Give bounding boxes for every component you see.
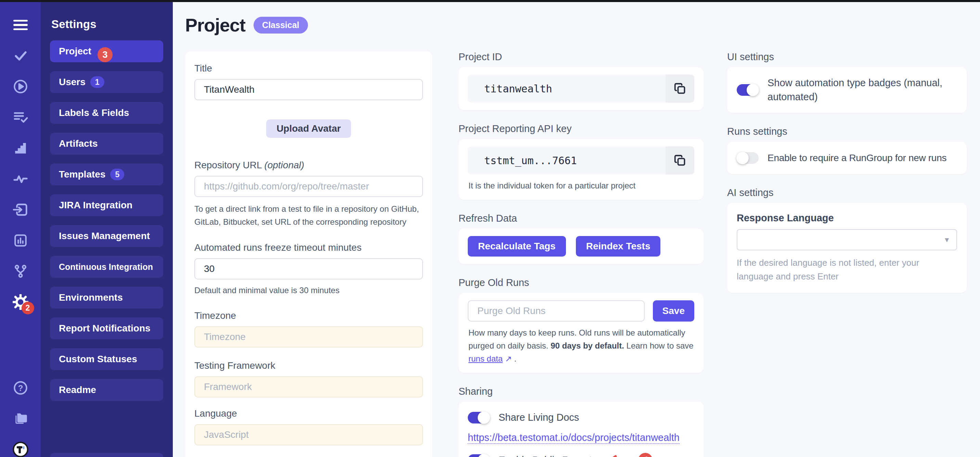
automation-badges-label: Show automation type badges (manual, aut… [767, 76, 957, 104]
project-form-card: Title Upload Avatar Repository URL (opti… [185, 51, 432, 457]
steps-icon[interactable] [12, 140, 29, 156]
sidebar-item-label: Environments [59, 292, 123, 303]
timezone-label: Timezone [194, 310, 423, 321]
api-key-help: It is the individual token for a particu… [468, 179, 694, 192]
sidebar-item-label: Readme [59, 384, 96, 395]
api-key-field: tstmt_um...7661 [468, 146, 694, 175]
copy-project-id-button[interactable] [665, 75, 694, 103]
sidebar-item-users[interactable]: Users 1 [50, 71, 163, 93]
purge-old-runs-input[interactable] [468, 300, 645, 322]
share-living-docs-toggle[interactable] [468, 412, 490, 424]
pulse-icon[interactable] [12, 171, 29, 187]
require-rungroup-toggle[interactable] [737, 152, 759, 164]
title-input[interactable] [194, 79, 423, 100]
icon-rail: 2 ? [0, 0, 41, 457]
list-check-icon[interactable] [12, 109, 29, 125]
upload-avatar-button[interactable]: Upload Avatar [266, 119, 351, 138]
project-id-value: titanwealth [468, 75, 665, 103]
response-language-help: If the desired language is not listed, e… [737, 256, 957, 283]
runs-settings-card: Enable to require a RunGroup for new run… [727, 141, 967, 174]
runs-settings-label: Runs settings [727, 126, 967, 137]
automation-badges-toggle[interactable] [737, 84, 759, 96]
gear-icon[interactable]: 2 [12, 294, 29, 310]
sidebar-item-templates[interactable]: Templates 5 [50, 163, 163, 186]
sharing-card: Share Living Docs https://beta.testomat.… [458, 401, 703, 457]
help-circle-icon[interactable]: ? [12, 380, 29, 396]
testomat-logo[interactable] [12, 440, 29, 457]
folders-icon[interactable] [12, 410, 29, 426]
require-rungroup-label: Enable to require a RunGroup for new run… [767, 151, 947, 165]
freeze-timeout-input[interactable] [194, 258, 423, 279]
main-content: Project Classical Title Upload Avatar Re… [173, 0, 980, 457]
sidebar-item-custom-statuses[interactable]: Custom Statuses [50, 348, 163, 370]
settings-notification-badge: 2 [22, 302, 34, 314]
save-button[interactable]: Save [653, 300, 694, 322]
timezone-input[interactable] [194, 326, 423, 348]
reindex-tests-button[interactable]: Reindex Tests [576, 236, 661, 257]
sidebar-item-issues-management[interactable]: Issues Management [50, 225, 163, 247]
testing-framework-label: Testing Framework [194, 360, 423, 371]
bar-chart-icon[interactable] [12, 232, 29, 249]
sidebar-item-jira-integration[interactable]: JIRA Integration [50, 194, 163, 216]
response-language-select[interactable]: ▼ [737, 229, 957, 251]
title-label: Title [194, 63, 423, 74]
annotation-arrow-icon [607, 454, 635, 457]
sidebar-item-artifacts[interactable]: Artifacts [50, 133, 163, 155]
project-id-label: Project ID [458, 51, 703, 63]
tests-check-icon[interactable] [12, 48, 29, 64]
sidebar-item-report-notifications[interactable]: Report Notifications [50, 317, 163, 340]
top-border [0, 0, 980, 2]
annotation: 4 [607, 453, 652, 457]
hamburger-menu-icon[interactable] [12, 17, 29, 33]
sidebar-item-label: Report Notifications [59, 323, 151, 334]
sidebar-item-project[interactable]: Project 3 [50, 40, 163, 62]
hamburger-bars [13, 20, 28, 30]
project-id-field: titanwealth [468, 75, 694, 103]
purge-help: How many days to keep runs. Old runs wil… [468, 326, 694, 365]
repository-url-help: To get a direct link from a test to file… [194, 203, 423, 228]
page-header: Project Classical [185, 14, 967, 36]
page-title: Project [185, 14, 245, 36]
freeze-timeout-label: Automated runs freeze timeout minutes [194, 242, 423, 253]
language-input[interactable] [194, 424, 423, 445]
sidebar-item-environments[interactable]: Environments [50, 287, 163, 309]
refresh-data-card: Recalculate Tags Reindex Tests [458, 228, 703, 264]
runs-data-link[interactable]: runs data [468, 354, 503, 363]
project-type-badge: Classical [253, 17, 308, 33]
response-language-label: Response Language [737, 213, 957, 224]
api-key-value: tstmt_um...7661 [468, 146, 665, 175]
sidebar-title: Settings [51, 18, 173, 31]
sidebar-item-labels-fields[interactable]: Labels & Fields [50, 102, 163, 124]
git-branch-icon[interactable] [12, 263, 29, 279]
testing-framework-input[interactable] [194, 376, 423, 397]
freeze-timeout-help: Default and minimal value is 30 minutes [194, 286, 423, 295]
language-label: Language [194, 408, 423, 419]
copy-icon [673, 82, 686, 95]
copy-api-key-button[interactable] [665, 146, 694, 175]
repository-url-input[interactable] [194, 176, 423, 197]
sign-in-icon[interactable] [12, 202, 29, 218]
external-link-icon: ↗ [505, 354, 512, 363]
ai-settings-label: AI settings [727, 187, 967, 198]
purge-old-runs-label: Purge Old Runs [458, 277, 703, 288]
living-docs-link[interactable]: https://beta.testomat.io/docs/projects/t… [468, 432, 679, 444]
ui-settings-label: UI settings [727, 51, 967, 63]
project-id-card: titanwealth [458, 67, 703, 110]
share-living-docs-label: Share Living Docs [498, 411, 579, 425]
dropdown-caret-icon: ▼ [943, 236, 950, 244]
svg-text:?: ? [18, 384, 23, 393]
runs-play-circle-icon[interactable] [12, 78, 29, 95]
settings-sidebar: Settings Project 3 Users 1 Labels & Fiel… [41, 0, 173, 457]
copy-icon [673, 154, 686, 167]
repository-url-label: Repository URL (optional) [194, 160, 423, 171]
sidebar-item-label: JIRA Integration [59, 200, 132, 211]
count-badge: 5 [110, 169, 124, 180]
sidebar-item-label: Continuous Integration [59, 262, 153, 272]
sidebar-item-continuous-integration[interactable]: Continuous Integration [50, 256, 163, 278]
switch-dark-mode-button[interactable]: Switch to Dark Mode [50, 453, 163, 457]
sidebar-item-label: Artifacts [59, 138, 98, 149]
recalculate-tags-button[interactable]: Recalculate Tags [468, 236, 566, 257]
enable-public-report-toggle[interactable] [468, 454, 490, 457]
enable-public-report-label: Enable Public Report [498, 453, 592, 457]
sidebar-item-readme[interactable]: Readme [50, 379, 163, 401]
